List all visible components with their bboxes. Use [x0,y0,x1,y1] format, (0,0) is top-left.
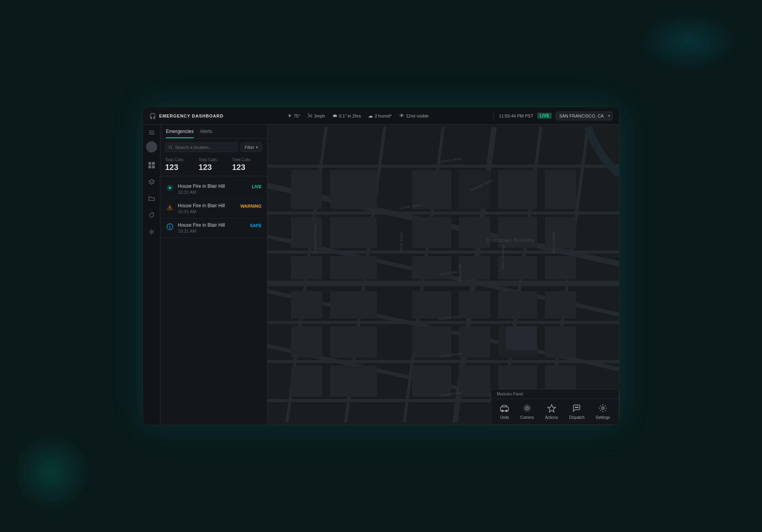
svg-rect-62 [330,326,377,358]
svg-rect-42 [330,256,377,279]
incident-item-2[interactable]: House Fire in Blair Hill 10:31 AM WARNIN… [160,199,267,218]
module-btn-dispatch[interactable]: Dispatch [564,401,589,422]
top-bar-left: 🎧 EMERGENCY DASHBOARD [149,113,223,119]
incident-name-1: House Fire in Blair Hill [178,183,248,189]
module-btn-units[interactable]: Units [495,401,514,422]
incident-details-3: House Fire in Blair Hill 10:31 AM [178,222,246,233]
stat-1: Total Calls 123 [165,158,195,172]
panel-tabs: Emergencies Alerts [160,125,267,139]
module-btn-comms[interactable]: Comms [516,401,539,422]
svg-rect-64 [459,326,490,358]
info-icon [166,223,174,231]
modules-panel-title: Modules Panel [491,392,619,399]
svg-point-9 [169,146,171,148]
svg-rect-52 [459,256,490,279]
weather-humidity: ☁ 2 humid° [368,113,392,119]
units-label: Units [500,415,509,420]
incident-time-1: 10:31 AM [178,190,248,195]
tab-alerts[interactable]: Alerts [200,129,212,138]
headset-icon: 🎧 [149,113,156,119]
sidebar-icon-refresh[interactable] [144,208,159,222]
svg-rect-41 [291,256,322,279]
svg-text:Milvia Street: Milvia Street [400,233,404,252]
svg-text:Oxford Street: Oxford Street [552,233,556,254]
actions-label: Actions [545,415,558,420]
module-btn-settings[interactable]: Settings [591,401,615,422]
eye-icon: 👁 [399,113,404,119]
comms-icon [523,404,531,414]
stat-value-1: 123 [165,163,195,172]
stats-row: Total Calls 123 Total Calls 123 Total Ca… [160,155,267,176]
stat-value-2: 123 [198,163,229,172]
search-input-wrap[interactable] [165,143,238,152]
svg-point-15 [169,209,170,210]
svg-rect-4 [152,162,155,165]
location-text: SAN FRANCISCO, CA [559,114,604,118]
weather-visibility: 👁 12mi visible [399,113,429,119]
dispatch-label: Dispatch [569,415,585,420]
incident-status-1: LIVE [252,184,262,189]
location-selector[interactable]: SAN FRANCISCO, CA [556,112,613,120]
incident-time-2: 10:31 AM [178,209,237,214]
svg-rect-55 [291,291,322,318]
svg-point-97 [602,407,604,409]
svg-line-10 [171,148,172,149]
svg-rect-40 [330,217,377,248]
svg-rect-68 [330,365,377,397]
app-title: EMERGENCY DASHBOARD [159,114,223,118]
svg-point-94 [575,407,576,408]
avatar [146,141,157,152]
weather-wind: 🌬 3mph [307,113,325,119]
svg-rect-49 [459,217,490,248]
warning-icon [166,203,174,211]
svg-point-18 [169,225,170,226]
svg-rect-57 [412,291,451,318]
incident-item-3[interactable]: House Fire in Blair Hill 10:31 AM SAFE [160,218,267,238]
weather-bar: ☀ 75° 🌬 3mph 🌧 0.1" in 2hrs ☁ 2 humid° 👁… [228,113,488,119]
svg-rect-38 [330,170,377,209]
sidebar-icon-settings[interactable] [144,225,159,239]
module-settings-icon [598,404,607,414]
comms-label: Comms [520,415,534,420]
stat-value-3: 123 [232,163,262,172]
svg-point-90 [526,407,528,409]
incident-item-1[interactable]: House Fire in Blair Hill 10:31 AM LIVE [160,179,267,199]
panel-search: Filter ▾ [160,139,267,155]
sun-icon: ☀ [287,113,292,119]
svg-rect-1 [149,132,154,133]
separator: | [493,112,494,120]
search-input[interactable] [175,145,235,150]
modules-panel: Modules Panel Units [491,389,619,425]
sidebar-toggle[interactable] [146,129,157,137]
incident-time-3: 10:31 AM [178,229,246,233]
main-content: Emergencies Alerts Filter ▾ [143,125,619,425]
weather-temp: ☀ 75° [287,113,300,119]
incident-status-3: SAFE [250,223,262,228]
incident-name-2: House Fire in Blair Hill [178,203,237,208]
stat-3: Total Calls 123 [232,158,262,172]
svg-rect-45 [412,256,451,279]
svg-rect-44 [412,217,451,248]
wind-icon: 🌬 [307,113,312,119]
svg-text:Shattuck Avenue: Shattuck Avenue [501,244,505,270]
time-display: 11:55:44 PM PST [499,114,533,118]
sidebar-icon-layers[interactable] [144,175,159,189]
module-btn-actions[interactable]: Actions [540,401,563,422]
svg-rect-2 [149,134,154,135]
incident-details-1: House Fire in Blair Hill 10:31 AM [178,183,248,195]
svg-rect-70 [459,365,490,397]
svg-rect-58 [459,291,490,318]
stat-label-2: Total Calls [198,158,229,162]
left-panel: Emergencies Alerts Filter ▾ [160,125,267,425]
sidebar-icon-grid[interactable] [144,158,159,172]
sidebar [143,125,160,425]
filter-button[interactable]: Filter ▾ [241,143,262,152]
svg-point-88 [502,410,503,412]
svg-rect-48 [545,170,576,209]
map-area[interactable]: Addison Street Center Street Allston Way… [267,125,619,425]
tab-emergencies[interactable]: Emergencies [166,129,194,138]
sidebar-icon-folder[interactable] [144,191,159,206]
top-bar-right: 11:55:44 PM PST LIVE SAN FRANCISCO, CA [499,112,613,120]
top-bar: 🎧 EMERGENCY DASHBOARD ☀ 75° 🌬 3mph 🌧 0.1… [143,107,619,125]
svg-rect-66 [545,326,576,358]
